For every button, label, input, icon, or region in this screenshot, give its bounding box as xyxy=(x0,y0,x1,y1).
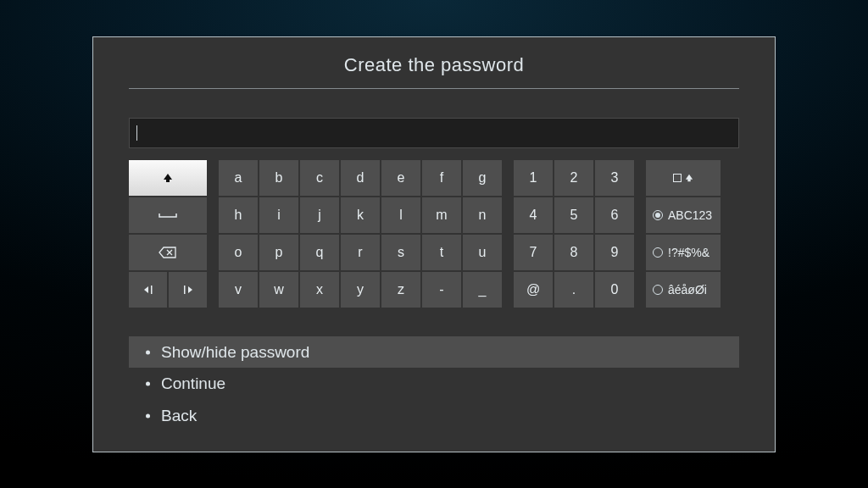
key-9[interactable]: 9 xyxy=(595,235,634,270)
key-at[interactable]: @ xyxy=(514,272,553,308)
key-u[interactable]: u xyxy=(463,235,502,270)
option-continue[interactable]: Continue xyxy=(129,368,739,399)
keyboard-mode-group: ABC123 !?#$%& âéåøØi xyxy=(646,160,721,308)
arrow-up-icon xyxy=(685,174,693,182)
key-m[interactable]: m xyxy=(422,197,461,233)
key-dot[interactable]: . xyxy=(554,272,593,308)
cursor-right-key[interactable] xyxy=(169,272,207,308)
key-l[interactable]: l xyxy=(381,197,420,233)
key-a[interactable]: a xyxy=(219,160,258,196)
svg-rect-1 xyxy=(184,286,186,294)
mode-abc-key[interactable]: ABC123 xyxy=(646,197,721,233)
key-p[interactable]: p xyxy=(259,235,298,270)
key-q[interactable]: q xyxy=(300,235,339,270)
key-i[interactable]: i xyxy=(259,197,298,233)
key-t[interactable]: t xyxy=(422,235,461,270)
radio-off-icon xyxy=(653,285,663,295)
password-input[interactable] xyxy=(129,118,739,148)
option-show-hide[interactable]: Show/hide password xyxy=(129,336,739,368)
backspace-icon xyxy=(159,247,177,258)
arrow-right-bar-icon xyxy=(181,285,195,295)
keyboard-alpha-group: a b c d e f g h i j k l m n o p q r xyxy=(219,160,502,308)
arrow-left-bar-icon xyxy=(142,285,155,295)
key-6[interactable]: 6 xyxy=(595,197,634,233)
backspace-key[interactable] xyxy=(129,235,207,270)
key-c[interactable]: c xyxy=(300,160,339,196)
key-5[interactable]: 5 xyxy=(554,197,593,233)
key-dash[interactable]: - xyxy=(422,272,461,308)
arrow-up-icon xyxy=(163,173,173,183)
onscreen-keyboard: a b c d e f g h i j k l m n o p q r xyxy=(129,160,739,308)
mode-accents-key[interactable]: âéåøØi xyxy=(646,272,721,308)
key-k[interactable]: k xyxy=(341,197,380,233)
keyboard-numeric-group: 1 2 3 4 5 6 7 8 9 @ . 0 xyxy=(514,160,634,308)
shift-key[interactable] xyxy=(129,160,207,196)
key-z[interactable]: z xyxy=(381,272,420,308)
text-cursor xyxy=(136,125,137,141)
radio-off-icon xyxy=(653,247,663,258)
key-underscore[interactable]: _ xyxy=(463,272,502,308)
keyboard-controls-group xyxy=(129,160,207,308)
key-2[interactable]: 2 xyxy=(554,160,593,196)
mode-abc-label: ABC123 xyxy=(668,208,712,222)
key-d[interactable]: d xyxy=(341,160,380,196)
radio-on-icon xyxy=(653,210,663,220)
key-n[interactable]: n xyxy=(463,197,502,233)
key-o[interactable]: o xyxy=(219,235,258,270)
key-1[interactable]: 1 xyxy=(514,160,553,196)
cursor-left-key[interactable] xyxy=(129,272,167,308)
key-0[interactable]: 0 xyxy=(595,272,634,308)
key-x[interactable]: x xyxy=(300,272,339,308)
key-w[interactable]: w xyxy=(259,272,298,308)
page-title: Create the password xyxy=(129,37,739,89)
key-8[interactable]: 8 xyxy=(554,235,593,270)
space-key[interactable] xyxy=(129,197,207,233)
option-back[interactable]: Back xyxy=(129,400,739,431)
key-g[interactable]: g xyxy=(463,160,502,196)
svg-rect-0 xyxy=(151,286,153,294)
key-4[interactable]: 4 xyxy=(514,197,553,233)
mode-symbols-key[interactable]: !?#$%& xyxy=(646,235,721,270)
key-j[interactable]: j xyxy=(300,197,339,233)
key-e[interactable]: e xyxy=(381,160,420,196)
mode-symbols-label: !?#$%& xyxy=(668,246,709,259)
options-list: Show/hide password Continue Back xyxy=(129,336,739,431)
key-r[interactable]: r xyxy=(341,235,380,270)
mode-caps-key[interactable] xyxy=(646,160,721,196)
key-3[interactable]: 3 xyxy=(595,160,634,196)
password-panel: Create the password xyxy=(92,36,776,452)
key-v[interactable]: v xyxy=(219,272,258,308)
key-f[interactable]: f xyxy=(422,160,461,196)
key-b[interactable]: b xyxy=(259,160,298,196)
key-7[interactable]: 7 xyxy=(514,235,553,270)
key-y[interactable]: y xyxy=(341,272,380,308)
key-s[interactable]: s xyxy=(381,235,420,270)
space-icon xyxy=(159,211,177,219)
square-icon xyxy=(673,174,682,182)
key-h[interactable]: h xyxy=(219,197,258,233)
mode-accents-label: âéåøØi xyxy=(668,283,707,297)
